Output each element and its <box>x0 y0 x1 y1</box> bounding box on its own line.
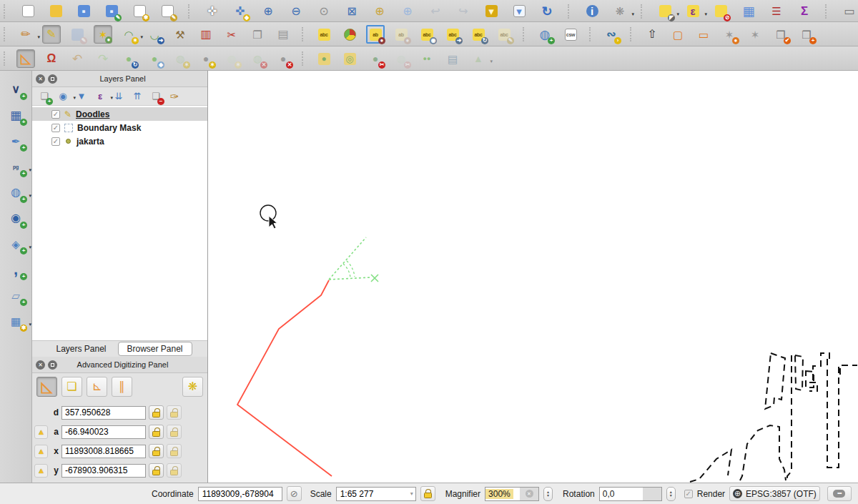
collapse-all-button[interactable]: ⇈ <box>129 89 145 104</box>
d-value-input[interactable] <box>61 406 146 420</box>
rotate-point-symbols-button[interactable]: ▲▾ <box>469 49 488 68</box>
dropdown-arrow-icon[interactable]: ▾ <box>676 11 679 17</box>
python-console-button[interactable]: ∾› <box>602 25 621 44</box>
identify-features-button[interactable]: i <box>583 2 601 21</box>
y-repeating-lock-button[interactable] <box>167 463 182 478</box>
dropdown-arrow-icon[interactable]: ▾ <box>29 193 31 199</box>
dropdown-arrow-icon[interactable]: ▾ <box>631 11 634 17</box>
labeling-button[interactable]: abc <box>315 25 333 44</box>
dropdown-arrow-icon[interactable]: ▾ <box>29 167 31 173</box>
scale-lock-button[interactable] <box>420 486 435 501</box>
add-wfs-layer-button[interactable]: ◈+▾ <box>5 234 26 254</box>
layer-visibility-checkbox[interactable]: ✓ <box>51 110 60 119</box>
styling-brush-button[interactable]: ✑ <box>167 89 182 104</box>
sum-button[interactable]: Σ <box>795 2 814 21</box>
expand-all-button[interactable]: ⇊ <box>111 89 127 104</box>
close-icon[interactable]: ✕ <box>36 74 45 84</box>
measure-button[interactable]: ▭▾ <box>840 2 858 21</box>
merge-attributes-button[interactable]: ▤ <box>443 49 462 68</box>
float-panel-icon[interactable] <box>48 74 57 84</box>
crs-status-button[interactable]: ⊕ EPSG:3857 (OTF) <box>729 486 820 501</box>
y-lock-button[interactable] <box>149 463 164 478</box>
paste-features-button[interactable]: ▤ <box>274 25 292 44</box>
d-lock-button[interactable] <box>149 405 164 420</box>
pan-to-selection-button[interactable]: ✜◆ <box>231 2 250 21</box>
a-value-input[interactable] <box>61 425 146 439</box>
layer-item-boundary-mask[interactable]: ✓Boundary Mask <box>32 121 207 134</box>
layer-item-doodles[interactable]: ✓✎Doodles <box>32 107 207 121</box>
composer-manager-button[interactable]: ✎ <box>158 2 177 21</box>
save-project-button[interactable]: ▪ <box>74 2 93 21</box>
add-raster-layer-button[interactable]: ▦+ <box>5 105 26 125</box>
add-postgis-layer-button[interactable]: pg+▾ <box>5 157 26 177</box>
pan-map-button[interactable]: ✜ <box>203 2 222 21</box>
delete-ring-button[interactable]: ◍✕ <box>248 49 267 68</box>
csw-button[interactable]: csw <box>561 25 580 44</box>
x-lock-button[interactable] <box>149 444 164 458</box>
node-tool-button[interactable]: ⚒ <box>171 25 189 44</box>
perpendicular-button[interactable]: ⊾ <box>87 377 107 397</box>
mouse-position-toggle-button[interactable]: ⊘ <box>287 486 302 501</box>
zoom-last-button[interactable]: ↩ <box>426 2 445 21</box>
statistics-button[interactable]: ☰ <box>767 2 786 21</box>
wand-button[interactable]: ✶ <box>746 25 764 44</box>
zoom-full-button[interactable]: ⊠ <box>342 2 361 21</box>
folder-open-button[interactable] <box>46 2 65 21</box>
set-extent-button[interactable]: ▢ <box>669 25 687 44</box>
add-ring-button[interactable]: ◍✶ <box>171 49 189 68</box>
add-feature-button[interactable]: ✶● <box>94 25 112 44</box>
x-repeating-lock-button[interactable] <box>167 444 182 458</box>
d-repeating-lock-button[interactable] <box>167 405 182 420</box>
refresh-button[interactable]: ↻ <box>538 2 556 21</box>
redo-button[interactable]: ↷ <box>94 49 112 68</box>
extent-overview-button[interactable]: ▭ <box>694 25 713 44</box>
a-repeating-lock-button[interactable] <box>167 425 182 439</box>
dropdown-arrow-icon[interactable]: ▾ <box>704 11 707 17</box>
magnifier-input[interactable]: 300% ✕ <box>485 487 539 501</box>
save-layer-edits-button[interactable]: ✎ <box>68 25 87 44</box>
layer-visibility-checkbox[interactable]: ✓ <box>51 124 60 132</box>
merge-features-button[interactable]: ●● <box>418 49 436 68</box>
move-label-button[interactable]: abc➜ <box>443 25 462 44</box>
layer-item-jakarta[interactable]: ✓jakarta <box>32 134 207 148</box>
style-book-check-button[interactable]: ❒✔ <box>771 25 790 44</box>
processing-button[interactable]: ▦✱▾ <box>5 311 26 331</box>
zoom-native-button[interactable]: ⊙ <box>315 2 333 21</box>
zoom-out-button[interactable]: ⊖ <box>287 2 305 21</box>
unpin-labels-button[interactable]: ab● <box>392 25 410 44</box>
add-group-button[interactable]: ❏+ <box>36 89 52 104</box>
delete-selected-button[interactable]: ▥ <box>197 25 215 44</box>
pin-labels-button[interactable]: ab● <box>366 25 385 44</box>
change-label-button[interactable]: abc✎ <box>495 25 513 44</box>
layer-visibility-checkbox[interactable]: ✓ <box>51 137 60 146</box>
delta-toggle-button[interactable]: ▲ <box>34 445 48 458</box>
dropdown-arrow-icon[interactable]: ▾ <box>29 244 31 250</box>
select-by-expression-button[interactable]: ε▾ <box>684 2 702 21</box>
color-wand-button[interactable]: ✶● <box>720 25 739 44</box>
advanced-digitizing-button[interactable]: ◺ <box>16 49 35 68</box>
dropdown-arrow-icon[interactable]: ▾ <box>29 322 31 327</box>
zoom-to-selection-button[interactable]: ⊕ <box>370 2 389 21</box>
split-parts-button[interactable]: ◍✂ <box>392 49 410 68</box>
add-wms-layer-button[interactable]: ◉+ <box>5 208 26 228</box>
simplify-feature-button[interactable]: ●◆ <box>145 49 164 68</box>
new-composer-button[interactable]: ✱ <box>130 2 149 21</box>
adp-settings-button[interactable]: ❋ <box>182 377 203 397</box>
cut-features-button[interactable]: ✂ <box>222 25 241 44</box>
current-edits-button[interactable]: ✏▾ <box>16 25 35 44</box>
zoom-to-layer-button[interactable]: ⊕ <box>398 2 417 21</box>
magnifier-stepper[interactable]: ▴▾ <box>543 487 553 501</box>
tab-browser-panel[interactable]: Browser Panel <box>118 342 192 356</box>
add-circular-string-button[interactable]: ◠✶▾ <box>119 25 138 44</box>
zoom-in-button[interactable]: ⊕ <box>259 2 277 21</box>
a-lock-button[interactable] <box>149 425 164 439</box>
split-features-button[interactable]: ●✂ <box>366 49 385 68</box>
delta-toggle-button[interactable]: ▲ <box>34 425 48 439</box>
snapping-options-button[interactable]: Ω <box>42 49 61 68</box>
add-geopackage-layer-button[interactable]: ✒+ <box>5 131 26 151</box>
deselect-features-button[interactable]: ⊘ <box>711 2 730 21</box>
rotation-stepper[interactable]: ▴▾ <box>666 487 676 501</box>
tab-layers-panel[interactable]: Layers Panel <box>47 342 114 355</box>
render-checkbox[interactable]: ✓ <box>684 490 693 498</box>
north-arrow-button[interactable]: ⇧ <box>643 25 661 44</box>
